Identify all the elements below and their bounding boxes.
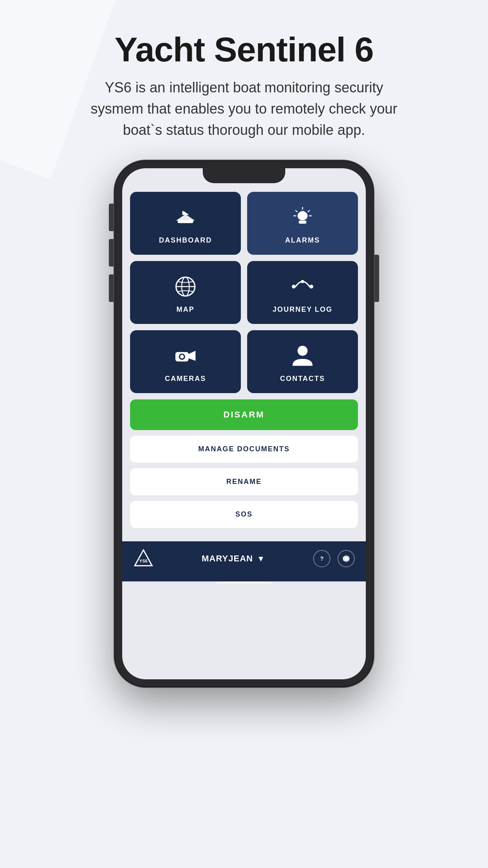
- vessel-name: MARYJEAN: [202, 554, 253, 564]
- phone-screen: DASHBOARD: [122, 168, 366, 679]
- ys6-logo-icon: YS6: [133, 548, 154, 569]
- tile-map[interactable]: MAP: [130, 261, 241, 324]
- phone-frame: DASHBOARD: [114, 160, 374, 687]
- dashboard-label: DASHBOARD: [159, 236, 212, 245]
- svg-rect-4: [301, 211, 305, 213]
- home-indicator: [216, 581, 272, 584]
- manage-documents-button[interactable]: MANAGE DOCUMENTS: [130, 436, 358, 463]
- page-title: Yacht Sentinel 6: [83, 31, 405, 68]
- chevron-down-icon: ▼: [257, 554, 265, 563]
- person-icon: [290, 343, 315, 368]
- svg-point-18: [180, 355, 184, 359]
- bottom-nav: YS6 MARYJEAN ▼ ?: [122, 541, 366, 581]
- page-subtitle: YS6 is an intelligent boat monitoring se…: [83, 77, 405, 141]
- alarms-label: ALARMS: [285, 236, 320, 245]
- tiles-grid: DASHBOARD: [130, 192, 358, 393]
- boat-icon: [173, 205, 198, 230]
- camera-icon: [173, 343, 198, 368]
- tile-cameras[interactable]: CAMERAS: [130, 330, 241, 393]
- cameras-label: CAMERAS: [165, 375, 206, 383]
- svg-rect-0: [178, 220, 193, 223]
- svg-rect-2: [299, 221, 306, 224]
- tile-journey-log[interactable]: JOURNEY LOG: [247, 261, 358, 324]
- contacts-label: CONTACTS: [280, 375, 325, 383]
- rename-button[interactable]: RENAME: [130, 468, 358, 495]
- svg-point-20: [297, 346, 308, 356]
- notch: [203, 168, 285, 183]
- svg-line-7: [295, 210, 297, 211]
- alarm-icon: [290, 205, 315, 230]
- screen-content: DASHBOARD: [122, 168, 366, 536]
- tile-dashboard[interactable]: DASHBOARD: [130, 192, 241, 255]
- disarm-button[interactable]: DISARM: [130, 399, 358, 430]
- tile-contacts[interactable]: CONTACTS: [247, 330, 358, 393]
- phone-wrapper: DASHBOARD: [114, 160, 374, 687]
- tile-alarms[interactable]: ALARMS: [247, 192, 358, 255]
- svg-line-6: [308, 210, 310, 211]
- page-header: Yacht Sentinel 6 YS6 is an intelligent b…: [83, 31, 405, 141]
- settings-button[interactable]: [338, 550, 355, 567]
- help-button[interactable]: ?: [313, 550, 330, 567]
- route-icon: [290, 274, 315, 299]
- svg-marker-19: [189, 351, 196, 361]
- svg-text:YS6: YS6: [139, 559, 148, 563]
- sos-button[interactable]: SOS: [130, 501, 358, 528]
- svg-text:?: ?: [320, 555, 323, 562]
- globe-icon: [173, 274, 198, 299]
- nav-icons: ?: [313, 550, 355, 567]
- svg-rect-1: [182, 211, 183, 215]
- map-label: MAP: [176, 305, 194, 314]
- vessel-selector[interactable]: MARYJEAN ▼: [202, 554, 265, 564]
- journey-log-label: JOURNEY LOG: [273, 305, 333, 314]
